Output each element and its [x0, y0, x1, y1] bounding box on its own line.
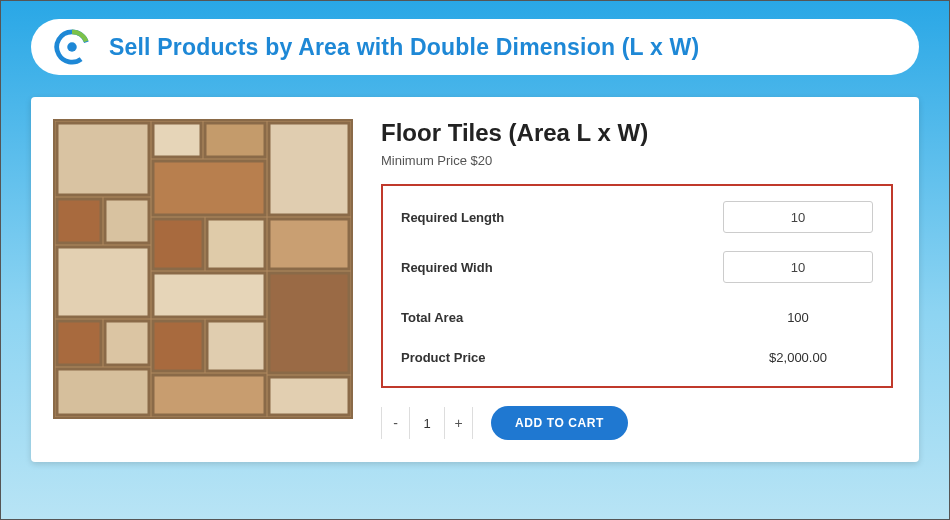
length-input[interactable] [723, 201, 873, 233]
svg-rect-19 [57, 321, 101, 365]
header-bar: Sell Products by Area with Double Dimens… [31, 19, 919, 75]
svg-rect-17 [153, 273, 265, 317]
product-price-label: Product Price [401, 350, 486, 365]
svg-rect-16 [269, 219, 349, 269]
svg-rect-18 [269, 273, 349, 373]
svg-rect-10 [153, 161, 265, 215]
svg-rect-20 [105, 321, 149, 365]
quantity-stepper: - + [381, 407, 473, 439]
svg-rect-25 [269, 377, 349, 415]
svg-rect-23 [57, 369, 149, 415]
product-price-value: $2,000.00 [723, 350, 873, 365]
add-to-cart-button[interactable]: ADD TO CART [491, 406, 628, 440]
length-label: Required Length [401, 210, 504, 225]
product-price-row: Product Price $2,000.00 [401, 340, 873, 374]
total-area-row: Total Area 100 [401, 300, 873, 334]
svg-rect-22 [207, 321, 265, 371]
svg-rect-13 [57, 247, 149, 317]
logo-icon [53, 28, 91, 66]
product-image [53, 119, 353, 419]
product-details: Floor Tiles (Area L x W) Minimum Price $… [381, 119, 893, 440]
page-title: Sell Products by Area with Double Dimens… [109, 34, 699, 61]
qty-plus-button[interactable]: + [444, 407, 472, 439]
svg-rect-21 [153, 321, 203, 371]
total-area-label: Total Area [401, 310, 463, 325]
svg-rect-11 [57, 199, 101, 243]
product-title: Floor Tiles (Area L x W) [381, 119, 893, 147]
svg-rect-15 [207, 219, 265, 269]
svg-rect-6 [57, 123, 149, 195]
length-row: Required Length [401, 200, 873, 234]
product-card: Floor Tiles (Area L x W) Minimum Price $… [31, 97, 919, 462]
area-calculator: Required Length Required Widh Total Area… [381, 184, 893, 388]
svg-point-0 [67, 42, 77, 52]
minimum-price-label: Minimum Price $20 [381, 153, 893, 168]
total-area-value: 100 [723, 310, 873, 325]
svg-rect-7 [153, 123, 201, 157]
width-row: Required Widh [401, 250, 873, 284]
qty-minus-button[interactable]: - [382, 407, 410, 439]
actions-row: - + ADD TO CART [381, 406, 893, 440]
width-input[interactable] [723, 251, 873, 283]
width-label: Required Widh [401, 260, 493, 275]
qty-input[interactable] [410, 407, 444, 439]
svg-rect-14 [153, 219, 203, 269]
svg-rect-9 [269, 123, 349, 215]
svg-rect-12 [105, 199, 149, 243]
svg-rect-8 [205, 123, 265, 157]
svg-rect-24 [153, 375, 265, 415]
